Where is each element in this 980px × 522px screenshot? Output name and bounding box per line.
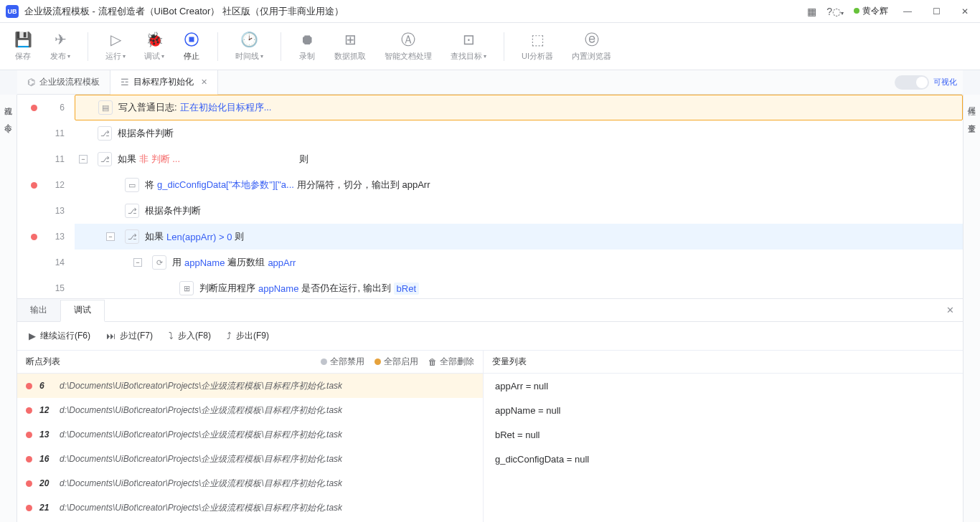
delete-all-button[interactable]: 🗑全部删除	[428, 356, 474, 368]
play-icon: ▶	[29, 331, 36, 341]
tab-debug[interactable]: 调试	[60, 300, 105, 322]
variable-item[interactable]: bRet = null	[484, 422, 963, 447]
rail-process[interactable]: 流程	[3, 100, 14, 103]
stepout-icon: ⤴	[227, 331, 232, 341]
command-icon: ⎇	[125, 229, 139, 244]
debug-button[interactable]: 🐞调试▾	[138, 28, 170, 65]
fold-toggle[interactable]: −	[79, 155, 88, 163]
code-row[interactable]: 14−⟳用 appName 遍历数组 appArr	[17, 250, 963, 275]
user-menu[interactable]: 黄令辉	[854, 5, 888, 17]
publish-button[interactable]: ✈发布▾	[44, 28, 76, 65]
code-row[interactable]: 13−⎇如果 Len(appArr) > 0 则	[17, 224, 963, 250]
breakpoint-dot[interactable]	[31, 285, 37, 292]
code-row[interactable]: 13⎇根据条件判断	[17, 198, 963, 224]
help-icon[interactable]: ?◌▾	[826, 6, 844, 17]
enable-all-button[interactable]: 全部启用	[374, 356, 418, 368]
stepover-icon: ⏭	[106, 331, 116, 341]
right-rail: 属性 变量	[963, 95, 980, 522]
left-rail: 流程 命令	[0, 95, 17, 522]
rail-attributes[interactable]: 属性	[966, 100, 977, 103]
apps-icon[interactable]: ▦	[807, 6, 816, 17]
line-number: 14	[50, 257, 65, 267]
toolbar: 💾保存 ✈发布▾ ▷运行▾ 🐞调试▾ 停止 🕑时间线▾ ⏺录制 ⊞数据抓取 Ⓐ智…	[0, 23, 980, 70]
stepout-button[interactable]: ⤴步出(F9)	[227, 330, 269, 342]
breakpoint-path: d:\Documents\UiBot\creator\Projects\企业级流…	[60, 453, 342, 465]
stepin-icon: ⤵	[169, 331, 174, 341]
command-text: 用 appName 遍历数组 appArr	[172, 256, 296, 269]
task-icon: ☲	[121, 77, 129, 87]
command-icon: ▤	[98, 100, 113, 115]
capture-button[interactable]: ⊞数据抓取	[329, 28, 372, 65]
breakpoint-item[interactable]: 13d:\Documents\UiBot\creator\Projects\企业…	[17, 422, 483, 447]
run-button[interactable]: ▷运行▾	[100, 28, 131, 65]
command-text: 将 g_dicConfigData["本地参数"]["a... 用分隔符，切分，…	[145, 179, 430, 191]
titlebar: UB 企业级流程模板 - 流程创造者（UiBot Creator） 社区版（仅用…	[0, 0, 980, 23]
command-icon: ⎇	[125, 204, 139, 218]
variable-item[interactable]: g_dicConfigData = null	[484, 447, 963, 471]
line-number: 15	[50, 283, 65, 293]
rail-variables[interactable]: 变量	[966, 118, 977, 120]
line-number: 12	[50, 180, 65, 190]
fold-toggle[interactable]: −	[133, 258, 142, 267]
rail-command[interactable]: 命令	[3, 118, 14, 120]
command-icon: ⊞	[179, 281, 194, 295]
breakpoint-dot[interactable]	[31, 105, 37, 111]
tab-output[interactable]: 输出	[17, 299, 60, 321]
close-icon[interactable]: ✕	[201, 77, 207, 87]
breakpoint-dot[interactable]	[31, 234, 37, 240]
command-text: 如果 Len(appArr) > 0 则	[145, 230, 244, 243]
disable-all-button[interactable]: 全部禁用	[321, 356, 364, 368]
visualize-toggle[interactable]: 可视化	[895, 75, 957, 90]
tab-init-target[interactable]: ☲目标程序初始化✕	[110, 70, 218, 95]
close-button[interactable]: ✕	[956, 6, 974, 16]
bottom-panel: 输出 调试 ✕ ▶继续运行(F6) ⏭步过(F7) ⤵步入(F8) ⤴步出(F9…	[17, 298, 963, 522]
maximize-button[interactable]: ☐	[927, 6, 946, 16]
continue-button[interactable]: ▶继续运行(F6)	[29, 330, 90, 342]
variable-item[interactable]: appName = null	[484, 398, 963, 422]
toggle-switch[interactable]	[895, 75, 929, 90]
record-button[interactable]: ⏺录制	[293, 28, 321, 65]
breakpoint-indicator	[26, 432, 32, 438]
command-icon: ⎇	[98, 152, 112, 166]
breakpoint-item[interactable]: 6d:\Documents\UiBot\creator\Projects\企业级…	[17, 374, 483, 398]
variable-item[interactable]: appArr = null	[484, 374, 963, 398]
breakpoint-dot[interactable]	[31, 130, 37, 137]
panel-close-icon[interactable]: ✕	[938, 305, 963, 315]
stop-button[interactable]: 停止	[177, 28, 206, 65]
breakpoint-path: d:\Documents\UiBot\creator\Projects\企业级流…	[60, 429, 342, 441]
breakpoint-item[interactable]: 21d:\Documents\UiBot\creator\Projects\企业…	[17, 495, 483, 520]
window-title: 企业级流程模板 - 流程创造者（UiBot Creator） 社区版（仅用于非商…	[24, 5, 344, 18]
svg-rect-1	[189, 37, 194, 42]
timeline-button[interactable]: 🕑时间线▾	[230, 28, 269, 65]
fold-toggle[interactable]: −	[106, 232, 115, 241]
code-row[interactable]: 15⊞判断应用程序 appName 是否仍在运行, 输出到 bRet	[17, 275, 963, 298]
ui-analyzer-button[interactable]: ⬚UI分析器	[516, 28, 559, 65]
breakpoint-dot[interactable]	[31, 182, 37, 189]
breakpoint-line: 20	[39, 478, 52, 488]
bottom-tabs: 输出 调试 ✕	[17, 299, 963, 322]
stepin-button[interactable]: ⤵步入(F8)	[169, 330, 211, 342]
stepover-button[interactable]: ⏭步过(F7)	[106, 330, 153, 342]
code-row[interactable]: 11⎇根据条件判断	[17, 120, 963, 146]
code-row[interactable]: 12▭将 g_dicConfigData["本地参数"]["a... 用分隔符，…	[17, 172, 963, 198]
editor-tabs: ⌬企业级流程模板 ☲目标程序初始化✕ 可视化	[17, 70, 963, 95]
breakpoint-dot[interactable]	[31, 260, 37, 266]
doc-button[interactable]: Ⓐ智能文档处理	[379, 28, 438, 65]
command-text: 根据条件判断	[145, 204, 201, 217]
breakpoint-item[interactable]: 12d:\Documents\UiBot\creator\Projects\企业…	[17, 398, 483, 422]
breakpoint-path: d:\Documents\UiBot\creator\Projects\企业级流…	[60, 380, 342, 392]
breakpoint-item[interactable]: 16d:\Documents\UiBot\creator\Projects\企业…	[17, 447, 483, 471]
tab-project[interactable]: ⌬企业级流程模板	[17, 70, 110, 95]
line-number: 6	[50, 103, 65, 113]
breakpoint-line: 21	[39, 503, 52, 513]
breakpoint-item[interactable]: 20d:\Documents\UiBot\creator\Projects\企业…	[17, 471, 483, 495]
browser-button[interactable]: ⓔ内置浏览器	[566, 28, 617, 65]
find-target-button[interactable]: ⊡查找目标▾	[445, 28, 492, 65]
code-row[interactable]: 11−⎇如果 非 判断 ...则	[17, 146, 963, 172]
save-button[interactable]: 💾保存	[9, 28, 37, 65]
line-number: 13	[50, 206, 65, 216]
minimize-button[interactable]: —	[898, 6, 917, 16]
breakpoint-dot[interactable]	[31, 208, 37, 214]
code-row[interactable]: 6▤写入普通日志: 正在初始化目标程序...	[17, 95, 963, 120]
breakpoint-dot[interactable]	[31, 156, 37, 163]
